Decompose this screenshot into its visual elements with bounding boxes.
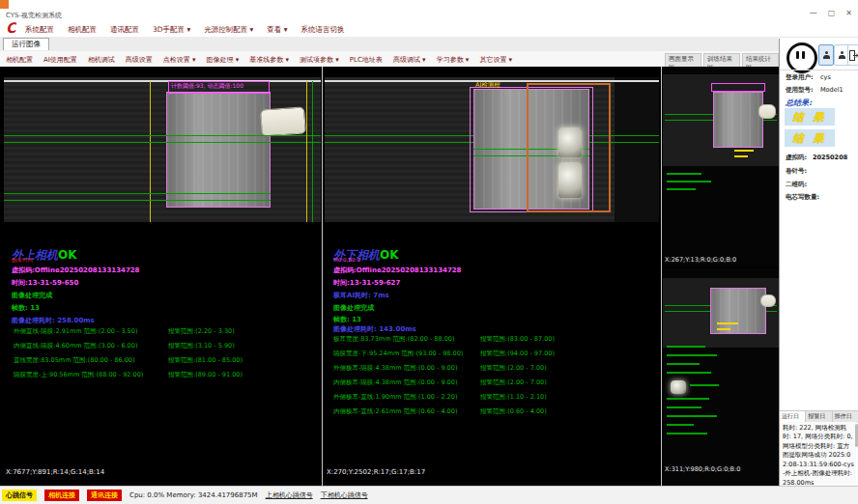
panel-divider xyxy=(322,67,323,486)
tool-baseline-params[interactable]: 基准线参数 ▾ xyxy=(249,55,289,65)
result-box-lower: 结 果 xyxy=(785,129,835,147)
alarm-range: 报警范围:(1.10 - 2.10) xyxy=(480,393,547,402)
overlay-text-mark xyxy=(667,346,705,348)
ai-time-line: 极耳AI耗时: 7ms xyxy=(333,291,389,300)
bright-edge-line xyxy=(4,80,321,82)
upper-camera-heartbeat-link[interactable]: 上相机心跳信号 xyxy=(266,490,313,500)
comm-connection-badge: 通讯连接 xyxy=(87,490,122,501)
thumbnail-view-1[interactable]: X:267;Y:13;R:0;G:0;B:0 xyxy=(663,67,779,266)
tool-ai-use-config[interactable]: AI使用配置 xyxy=(43,55,77,65)
title-bar: CYS-视觉检测系统 — ▢ ✕ xyxy=(0,0,858,21)
alarm-range: 报警范围:(94.00 - 97.00) xyxy=(480,350,555,358)
menu-camera-config[interactable]: 相机配置 xyxy=(68,25,97,35)
right-sidebar: 登录用户: cys 使用型号: Model1 总结果: 结 果 结 果 虚拟码:… xyxy=(779,39,858,486)
thumbnail-view-2[interactable]: X:311;Y:980;R:0;G:0;B:0 xyxy=(663,268,779,486)
virtual-code-line: 虚拟码:Offline20250208133134728 xyxy=(333,266,462,275)
time-line: 时间:13-31-59-627 xyxy=(333,278,400,288)
needle-number-label: 卷针号: xyxy=(786,167,807,176)
overlay-text-mark xyxy=(734,155,748,157)
yellow-guide-line xyxy=(306,81,307,222)
tool-advanced-settings[interactable]: 高级设置 xyxy=(126,55,153,65)
log-content: 耗时: 222, 网络检测耗时: 17, 网络分类耗时: 0, 网络模型分类耗时… xyxy=(780,422,856,486)
user-icon xyxy=(838,51,845,59)
menu-language-switch[interactable]: 系统语言切换 xyxy=(301,25,345,35)
tab-run-image[interactable]: 运行图像 xyxy=(3,38,49,50)
virtual-code-label: 虚拟码: xyxy=(786,154,807,162)
tool-image-processing[interactable]: 图像处理 ▾ xyxy=(207,55,240,65)
tool-advanced-debug[interactable]: 高级调试 ▾ xyxy=(393,55,426,65)
pixel-coordinates: X:7677;Y:891;R:14;G:14;B:14 xyxy=(6,468,104,476)
menu-view[interactable]: 查看 ▾ xyxy=(267,25,287,35)
user-icon xyxy=(822,51,830,59)
maximize-icon[interactable]: ▢ xyxy=(828,9,836,17)
lower-camera-view[interactable]: AI检测框 外下相机OK M0:0,B0:0 虚拟码:Offline202502… xyxy=(325,67,659,486)
trigger-note: 触发时间 xyxy=(12,257,33,264)
tab-highlight xyxy=(671,380,686,394)
time-line: 时间:13-31-59-650 xyxy=(12,278,78,288)
overlay-text-mark xyxy=(667,354,717,356)
dark-region xyxy=(615,77,659,222)
menu-comm-config[interactable]: 通讯配置 xyxy=(110,25,139,35)
threshold-overlay-label: 计数阈值:93, 动态阈值:100 xyxy=(168,81,270,94)
overlay-text-mark xyxy=(667,363,700,365)
green-guide-line xyxy=(312,81,313,222)
tool-camera-config[interactable]: 相机配置 xyxy=(6,55,33,65)
upper-camera-view[interactable]: 计数阈值:93, 动态阈值:100 外上相机OK 触发时间 虚拟码:Offlin… xyxy=(4,67,321,486)
overlay-text-mark xyxy=(717,328,730,330)
menu-system-config[interactable]: 系统配置 xyxy=(25,25,54,35)
divider xyxy=(780,70,858,70)
metal-block xyxy=(710,288,766,334)
login-user-value: cys xyxy=(820,73,831,81)
operator-user-button[interactable] xyxy=(818,44,834,66)
overlay-text-mark xyxy=(667,415,717,417)
ai-detect-label: AI检测框 xyxy=(475,81,500,90)
model-value: Model1 xyxy=(820,86,844,94)
close-icon[interactable]: ✕ xyxy=(845,9,852,17)
overlay-text-mark xyxy=(667,406,701,408)
green-reference-line xyxy=(4,135,321,136)
panel-divider xyxy=(661,67,662,486)
overlay-text-mark xyxy=(667,372,711,374)
pause-icon xyxy=(802,51,805,59)
menu-3d-hand-config[interactable]: 3D手配置 ▾ xyxy=(153,25,190,35)
frames-line: 帧数: 13 xyxy=(12,303,40,313)
measurement-row: 内侧极耳-直线:2.61mm 范围:(0.60 - 4.00) 报警范围:(0.… xyxy=(333,407,457,416)
virtual-code-value: 20250208 xyxy=(813,154,847,161)
tool-test-params[interactable]: 测试项参数 ▾ xyxy=(300,55,339,65)
pause-icon xyxy=(796,51,799,59)
camera-connection-badge: 相机连接 xyxy=(44,490,79,501)
green-reference-line xyxy=(4,142,321,143)
trigger-note: M0:0,B0:0 xyxy=(333,257,360,263)
tool-learning-params[interactable]: 学习参数 ▾ xyxy=(437,55,470,65)
tool-spot-check[interactable]: 点检设置 ▾ xyxy=(163,55,196,65)
toolbar: 相机配置 AI使用配置 相机调试 高级设置 点检设置 ▾ 图像处理 ▾ 基准线参… xyxy=(0,51,779,68)
tool-other-settings[interactable]: 其它设置 ▾ xyxy=(479,55,512,65)
alarm-range: 报警范围:(0.60 - 4.00) xyxy=(480,407,547,416)
pixel-coordinates: X:311;Y:980;R:0;G:0;B:0 xyxy=(665,465,740,473)
overlay-text-mark xyxy=(667,424,694,426)
overlay-text-mark xyxy=(667,173,701,175)
green-reference-line xyxy=(4,193,271,194)
lower-camera-heartbeat-link[interactable]: 下相机心跳信号 xyxy=(321,490,368,500)
threshold-overlay-label xyxy=(711,83,765,92)
tab-strip: 运行图像 xyxy=(0,37,779,52)
measurement-row: 极耳宽度:83.73mm 范围:(82.00 - 88.00) 报警范围:(83… xyxy=(333,335,454,344)
measurement-row: 内侧极耳-隔膜:4.38mm 范围:(0.00 - 9.00) 报警范围:(2.… xyxy=(333,378,457,387)
exit-door-icon xyxy=(849,50,858,61)
alarm-range: 报警范围:(83.00 - 87.00) xyxy=(480,335,555,344)
menu-light-control[interactable]: 光源控制配置 ▾ xyxy=(204,25,253,35)
tool-camera-debug[interactable]: 相机调试 xyxy=(88,55,115,65)
measurement-row: 外侧直线-隔膜:2.91mm 范围:(2.00 - 3.50) 报警范围:(2.… xyxy=(14,327,137,336)
cell-write-count-label: 电芯写数量: xyxy=(786,193,819,202)
tab-highlight xyxy=(558,162,582,198)
measurement-row: 外侧极耳-直线:1.90mm 范围:(1.00 - 2.20) 报警范围:(1.… xyxy=(333,393,457,402)
measurement-row: 隔膜宽度-上:90.56mm 范围:(88.00 - 92.00) 报警范围:(… xyxy=(14,371,143,379)
tool-plc-address[interactable]: PLC地址表 xyxy=(350,55,383,65)
alarm-range: 报警范围:(81.00 - 85.00) xyxy=(168,356,243,365)
minimize-icon[interactable]: — xyxy=(810,9,817,17)
logout-button[interactable] xyxy=(847,44,858,66)
alarm-range: 报警范围:(2.00 - 7.00) xyxy=(480,378,547,387)
app-corner-icon xyxy=(0,0,9,9)
cpu-memory-status: Cpu: 0.0% Memory: 3424.41796875M xyxy=(129,491,258,499)
white-roll xyxy=(260,106,306,136)
